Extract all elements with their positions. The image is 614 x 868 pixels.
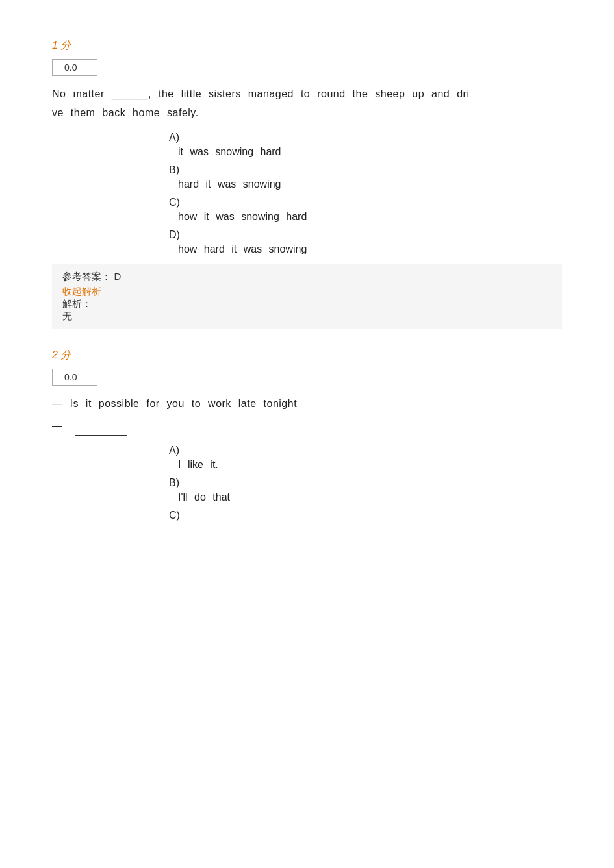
option-label-2a: A) (169, 445, 562, 456)
score-box-1: 0.0 (52, 59, 97, 76)
question-1: 1 分 0.0 No matter ______, the little sis… (52, 39, 562, 329)
score-value-1: 0.0 (64, 62, 77, 73)
question-text-line2: ve them back home safely. (52, 107, 199, 118)
option-label-1d: D) (169, 229, 562, 241)
option-item-1d[interactable]: D) how hard it was snowing (169, 229, 562, 255)
option-label-1a: A) (169, 132, 562, 143)
analysis-label-1: 解析： (62, 298, 92, 309)
collapse-link-1[interactable]: 收起解析 (62, 286, 101, 298)
option-item-2b[interactable]: B) I'll do that (169, 477, 562, 503)
analysis-content-1: 无 (62, 310, 72, 321)
option-text-1a: it was snowing hard (169, 146, 562, 158)
option-text-2b: I'll do that (169, 491, 562, 503)
option-text-1d: how hard it was snowing (169, 243, 562, 255)
option-text-1c: how it was snowing hard (169, 211, 562, 223)
number-label-2: 2 (52, 349, 58, 360)
question-2: 2 分 0.0 — Is it possible for you to work… (52, 349, 562, 522)
question-text-line1: No matter ______, the little sisters man… (52, 88, 469, 99)
question-number-2: 2 分 (52, 349, 562, 362)
option-text-1b: hard it was snowing (169, 179, 562, 190)
option-label-1c: C) (169, 197, 562, 208)
option-label-1b: B) (169, 164, 562, 176)
dialog-blank (75, 435, 127, 436)
dialog-dash: — (52, 420, 63, 431)
score-value-2: 0.0 (64, 372, 77, 382)
option-label-2c: C) (169, 510, 562, 521)
option-item-1b[interactable]: B) hard it was snowing (169, 164, 562, 190)
question-text-2: — Is it possible for you to work late to… (52, 395, 562, 436)
option-item-1a[interactable]: A) it was snowing hard (169, 132, 562, 158)
options-2: A) I like it. B) I'll do that C) (169, 445, 562, 521)
question-text-1: No matter ______, the little sisters man… (52, 85, 562, 123)
option-item-2c[interactable]: C) (169, 510, 562, 521)
unit-label-2: 分 (60, 349, 71, 360)
score-box-2: 0.0 (52, 369, 97, 386)
answer-label-1: 参考答案： (62, 271, 111, 282)
number-label: 1 (52, 40, 58, 51)
option-label-2b: B) (169, 477, 562, 489)
options-1: A) it was snowing hard B) hard it was sn… (169, 132, 562, 255)
unit-label: 分 (60, 40, 71, 51)
option-item-1c[interactable]: C) how it was snowing hard (169, 197, 562, 223)
option-text-2a: I like it. (169, 459, 562, 471)
option-item-2a[interactable]: A) I like it. (169, 445, 562, 471)
answer-value-1: D (114, 271, 121, 282)
answer-section-1: 参考答案： D 收起解析 解析： 无 (52, 264, 562, 329)
dialog-line2: — (52, 417, 562, 436)
dialog-line1: — Is it possible for you to work late to… (52, 395, 562, 414)
question-number-1: 1 分 (52, 39, 562, 53)
